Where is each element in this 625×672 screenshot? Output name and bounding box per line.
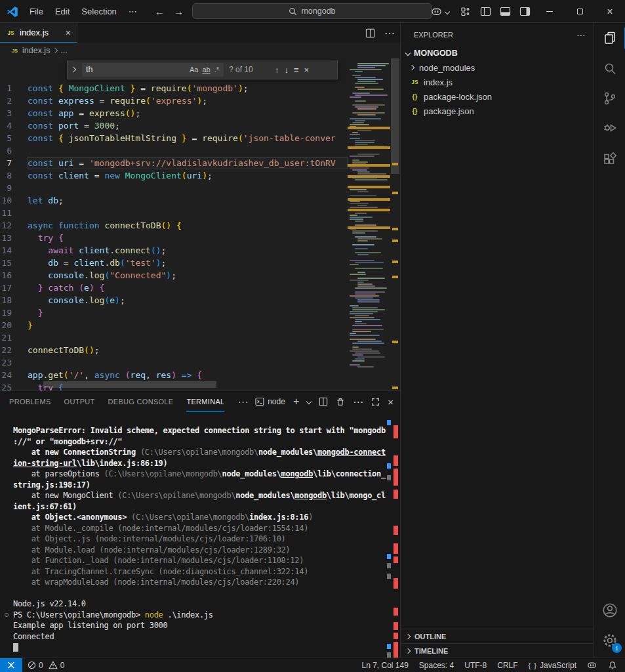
eol-sequence[interactable]: CRLF — [497, 661, 517, 670]
code-line-11[interactable]: 11 — [0, 207, 348, 219]
explorer-item-node_modules[interactable]: node_modules — [401, 60, 594, 75]
section-timeline[interactable]: TIMELINE — [401, 643, 594, 658]
code-line-22[interactable]: 22connectToDB(); — [0, 344, 348, 356]
run-debug-icon[interactable] — [594, 113, 625, 143]
code-line-6[interactable]: 6 — [0, 144, 348, 157]
code-editor[interactable]: 1const { MongoClient } = require('mongod… — [0, 58, 400, 390]
explorer-item-index.js[interactable]: JSindex.js — [401, 75, 594, 89]
notifications-bell-icon[interactable] — [608, 661, 617, 670]
bottom-panel: PROBLEMSOUTPUTDEBUG CONSOLETERMINAL ⋯ no… — [0, 390, 400, 658]
panel-tab-output[interactable]: OUTPUT — [64, 391, 95, 412]
terminal-output[interactable]: MongoParseError: Invalid scheme, expecte… — [13, 425, 384, 653]
code-line-14[interactable]: 14 await client.connect(); — [0, 244, 348, 257]
code-line-12[interactable]: 12async function connectToDB() { — [0, 219, 348, 232]
kill-terminal-icon[interactable] — [336, 397, 345, 406]
code-line-16[interactable]: 16 console.log("Connected"); — [0, 269, 348, 282]
nav-back-icon[interactable]: ← — [155, 6, 165, 17]
toggle-replace-icon[interactable] — [71, 67, 76, 72]
code-line-15[interactable]: 15 db = client.db('test'); — [0, 257, 348, 269]
scrollbar-thumb[interactable] — [391, 58, 399, 174]
find-in-selection-icon[interactable]: ≡ — [294, 65, 299, 75]
editor-scrollbar[interactable] — [390, 58, 400, 390]
terminal-instance[interactable]: node — [255, 397, 285, 406]
whole-word-icon[interactable]: ab — [200, 65, 212, 74]
horizontal-scrollbar[interactable] — [43, 381, 216, 388]
code-line-3[interactable]: 3const app = express(); — [0, 107, 348, 119]
code-line-21[interactable]: 21 — [0, 331, 348, 344]
code-line-7[interactable]: 7const uri = 'mongodb+srv://vladislavkud… — [0, 157, 348, 169]
breadcrumb-more[interactable]: ... — [60, 46, 67, 55]
explorer-more-icon[interactable]: ⋯ — [576, 30, 586, 40]
encoding[interactable]: UTF-8 — [464, 661, 487, 670]
regex-icon[interactable]: .* — [212, 65, 221, 74]
terminal-dropdown-icon[interactable] — [306, 399, 312, 404]
code-line-4[interactable]: 4const port = 3000; — [0, 119, 348, 132]
settings-gear-icon[interactable]: 1 — [594, 625, 625, 656]
maximize-button[interactable] — [565, 0, 595, 23]
code-line-17[interactable]: 17 } catch (e) { — [0, 282, 348, 294]
panel-tab-problems[interactable]: PROBLEMS — [9, 391, 51, 412]
source-control-icon[interactable] — [594, 83, 625, 114]
find-input[interactable] — [86, 65, 188, 74]
remote-indicator[interactable] — [0, 658, 22, 672]
code-line-10[interactable]: 10let db; — [0, 194, 348, 207]
minimize-button[interactable] — [534, 0, 565, 23]
code-line-19[interactable]: 19 } — [0, 306, 348, 319]
cursor-position[interactable]: Ln 7, Col 149 — [361, 661, 408, 670]
code-line-1[interactable]: 1const { MongoClient } = require('mongod… — [0, 82, 348, 94]
toggle-secondary-sidebar-icon[interactable] — [515, 0, 534, 23]
match-case-icon[interactable]: Aa — [188, 65, 200, 74]
account-icon[interactable] — [594, 595, 625, 625]
language-mode[interactable]: { } JavaScript — [529, 661, 576, 670]
explorer-item-package.json[interactable]: {}package.json — [401, 104, 594, 118]
split-terminal-icon[interactable] — [319, 397, 328, 406]
menu-⋯[interactable]: ⋯ — [123, 5, 143, 18]
close-find-icon[interactable]: × — [304, 65, 310, 75]
panel-tab-terminal[interactable]: TERMINAL — [186, 391, 224, 412]
menu-edit[interactable]: Edit — [49, 5, 75, 18]
panel-tabs-more-icon[interactable]: ⋯ — [237, 396, 248, 408]
breadcrumb-file[interactable]: index.js — [22, 46, 50, 55]
find-next-icon[interactable]: ↓ — [285, 65, 289, 75]
tab-close-icon[interactable]: × — [66, 28, 71, 38]
code-line-23[interactable]: 23 — [0, 356, 348, 369]
nav-forward-icon[interactable]: → — [174, 6, 184, 17]
toggle-primary-sidebar-icon[interactable] — [475, 0, 495, 23]
close-button[interactable]: × — [595, 0, 625, 23]
search-view-icon[interactable] — [594, 54, 625, 84]
copilot-status-icon[interactable] — [587, 661, 597, 670]
code-line-13[interactable]: 13 try { — [0, 232, 348, 244]
customize-layout-icon[interactable] — [456, 0, 475, 23]
find-previous-icon[interactable]: ↑ — [275, 65, 279, 75]
explorer-root-folder[interactable]: MONGODB — [401, 46, 594, 60]
split-editor-icon[interactable] — [365, 28, 375, 38]
breadcrumb[interactable]: JS index.js ... — [0, 43, 400, 58]
minimap[interactable] — [348, 58, 390, 390]
code-line-9[interactable]: 9 — [0, 182, 348, 194]
code-line-8[interactable]: 8const client = new MongoClient(uri); — [0, 169, 348, 182]
code-line-5[interactable]: 5const { jsonToTableHtmlString } = requi… — [0, 132, 348, 144]
new-terminal-icon[interactable]: + — [293, 396, 299, 408]
tab-index-js[interactable]: JS index.js × — [0, 23, 77, 43]
maximize-panel-icon[interactable] — [371, 398, 380, 406]
explorer-item-package-lock.json[interactable]: {}package-lock.json — [401, 89, 594, 104]
js-file-icon: JS — [10, 47, 19, 55]
copilot-button[interactable] — [431, 7, 449, 17]
extensions-icon[interactable] — [594, 144, 625, 174]
menu-file[interactable]: File — [24, 5, 49, 18]
command-center-search[interactable]: mongodb — [192, 3, 432, 19]
command-decoration-icon[interactable] — [5, 613, 9, 617]
code-line-2[interactable]: 2const express = require('express'); — [0, 94, 348, 107]
toggle-panel-icon[interactable] — [495, 0, 515, 23]
section-outline[interactable]: OUTLINE — [401, 629, 594, 643]
code-line-24[interactable]: 24app.get('/', async (req, res) => { — [0, 369, 348, 381]
menu-selection[interactable]: Selection — [75, 5, 122, 18]
explorer-view-icon[interactable] — [594, 23, 625, 53]
code-line-18[interactable]: 18 console.log(e); — [0, 294, 348, 306]
code-line-20[interactable]: 20} — [0, 319, 348, 331]
editor-actions-more-icon[interactable]: ⋯ — [384, 27, 395, 39]
problems-status[interactable]: 0 0 — [22, 661, 64, 670]
panel-tab-debug-console[interactable]: DEBUG CONSOLE — [108, 391, 174, 412]
panel-more-icon[interactable]: ⋯ — [353, 396, 363, 408]
indentation[interactable]: Spaces: 4 — [419, 661, 454, 670]
